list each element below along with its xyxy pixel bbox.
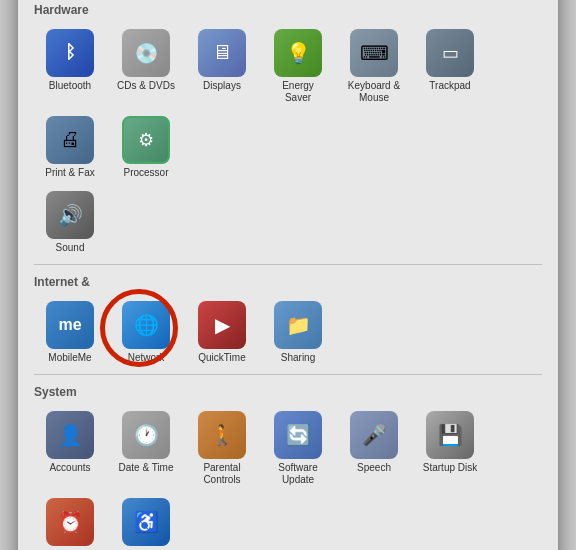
startup-icon: 💾 bbox=[426, 411, 474, 459]
software-label: SoftwareUpdate bbox=[278, 462, 317, 486]
datetime-label: Date & Time bbox=[118, 462, 173, 474]
pref-datetime[interactable]: 🕐 Date & Time bbox=[110, 407, 182, 490]
pref-displays[interactable]: 🖥 Displays bbox=[186, 25, 258, 108]
pref-software[interactable]: 🔄 SoftwareUpdate bbox=[262, 407, 334, 490]
pref-trackpad[interactable]: ▭ Trackpad bbox=[414, 25, 486, 108]
sound-icon: 🔊 bbox=[46, 191, 94, 239]
accounts-icon: 👤 bbox=[46, 411, 94, 459]
pref-speech[interactable]: 🎤 Speech bbox=[338, 407, 410, 490]
trackpad-icon: ▭ bbox=[426, 29, 474, 77]
pref-accounts[interactable]: 👤 Accounts bbox=[34, 407, 106, 490]
processor-label: Processor bbox=[123, 167, 168, 179]
energy-icon: 💡 bbox=[274, 29, 322, 77]
hardware-grid: ᛒ Bluetooth 💿 CDs & DVDs 🖥 Displays 💡 bbox=[34, 25, 542, 183]
pref-timemachine[interactable]: ⏰ Time Machine bbox=[34, 494, 106, 551]
divider-3 bbox=[34, 374, 542, 375]
pref-printfax[interactable]: 🖨 Print & Fax bbox=[34, 112, 106, 183]
divider-2 bbox=[34, 264, 542, 265]
accounts-label: Accounts bbox=[49, 462, 90, 474]
displays-icon: 🖥 bbox=[198, 29, 246, 77]
pref-processor[interactable]: ⚙ Processor bbox=[110, 112, 182, 183]
preferences-content: Personal 🖥 Appearance 🖼 Desktop &Screen … bbox=[18, 0, 558, 550]
energy-label: EnergySaver bbox=[282, 80, 314, 104]
pref-energy[interactable]: 💡 EnergySaver bbox=[262, 25, 334, 108]
internet-grid: me MobileMe 🌐 Network ▶ QuickTime 📁 bbox=[34, 297, 542, 368]
software-icon: 🔄 bbox=[274, 411, 322, 459]
pref-sharing[interactable]: 📁 Sharing bbox=[262, 297, 334, 368]
displays-label: Displays bbox=[203, 80, 241, 92]
printfax-icon: 🖨 bbox=[46, 116, 94, 164]
cds-label: CDs & DVDs bbox=[117, 80, 175, 92]
timemachine-icon: ⏰ bbox=[46, 498, 94, 546]
datetime-icon: 🕐 bbox=[122, 411, 170, 459]
section-label-hardware: Hardware bbox=[34, 3, 542, 17]
pref-cds[interactable]: 💿 CDs & DVDs bbox=[110, 25, 182, 108]
mobileme-label: MobileMe bbox=[48, 352, 91, 364]
parental-label: ParentalControls bbox=[203, 462, 240, 486]
system-grid: 👤 Accounts 🕐 Date & Time 🚶 ParentalContr… bbox=[34, 407, 542, 551]
sound-label: Sound bbox=[56, 242, 85, 254]
keyboard-label: Keyboard &Mouse bbox=[348, 80, 400, 104]
startup-label: Startup Disk bbox=[423, 462, 477, 474]
pref-mobileme[interactable]: me MobileMe bbox=[34, 297, 106, 368]
pref-quicktime[interactable]: ▶ QuickTime bbox=[186, 297, 258, 368]
speech-label: Speech bbox=[357, 462, 391, 474]
hardware-grid-2: 🔊 Sound bbox=[34, 187, 542, 258]
cds-icon: 💿 bbox=[122, 29, 170, 77]
pref-keyboard[interactable]: ⌨ Keyboard &Mouse bbox=[338, 25, 410, 108]
processor-icon: ⚙ bbox=[122, 116, 170, 164]
section-label-internet: Internet & bbox=[34, 275, 542, 289]
quicktime-label: QuickTime bbox=[198, 352, 245, 364]
pref-universal[interactable]: ♿ UniversalAccess bbox=[110, 494, 182, 551]
speech-icon: 🎤 bbox=[350, 411, 398, 459]
printfax-label: Print & Fax bbox=[45, 167, 94, 179]
pref-network[interactable]: 🌐 Network bbox=[110, 297, 182, 368]
mobileme-icon: me bbox=[46, 301, 94, 349]
bluetooth-label: Bluetooth bbox=[49, 80, 91, 92]
quicktime-icon: ▶ bbox=[198, 301, 246, 349]
pref-bluetooth[interactable]: ᛒ Bluetooth bbox=[34, 25, 106, 108]
trackpad-label: Trackpad bbox=[429, 80, 470, 92]
parental-icon: 🚶 bbox=[198, 411, 246, 459]
keyboard-icon: ⌨ bbox=[350, 29, 398, 77]
section-label-system: System bbox=[34, 385, 542, 399]
pref-sound[interactable]: 🔊 Sound bbox=[34, 187, 106, 258]
network-icon: 🌐 bbox=[122, 301, 170, 349]
bluetooth-icon: ᛒ bbox=[46, 29, 94, 77]
pref-startup[interactable]: 💾 Startup Disk bbox=[414, 407, 486, 490]
pref-parental[interactable]: 🚶 ParentalControls bbox=[186, 407, 258, 490]
sharing-label: Sharing bbox=[281, 352, 315, 364]
system-preferences-window: ◀ ▶ Show All System Preferences 🔍 Person… bbox=[18, 0, 558, 550]
universal-icon: ♿ bbox=[122, 498, 170, 546]
sharing-icon: 📁 bbox=[274, 301, 322, 349]
network-label: Network bbox=[128, 352, 165, 364]
